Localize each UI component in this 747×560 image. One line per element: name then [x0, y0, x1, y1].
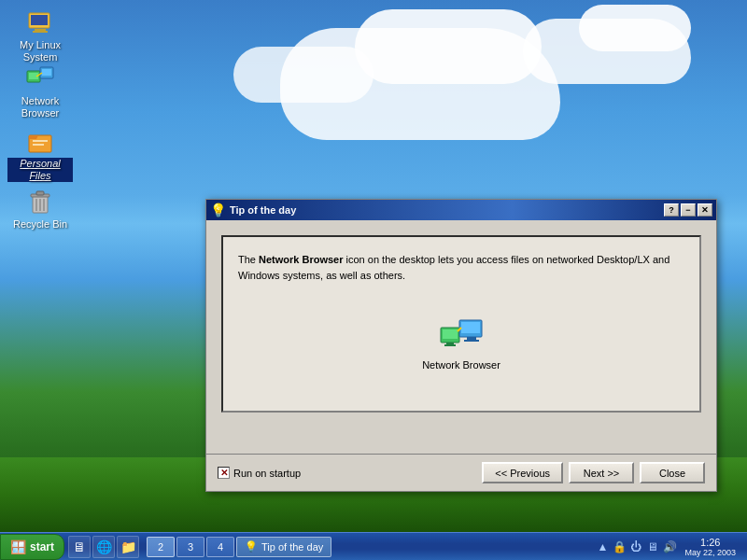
- dialog-title-icon: 💡: [210, 203, 226, 217]
- svg-rect-3: [33, 31, 48, 33]
- files-button[interactable]: 📁: [117, 536, 139, 558]
- svg-rect-20: [443, 329, 458, 339]
- network-browser-dialog-icon: [439, 311, 484, 356]
- run-on-startup-area[interactable]: ✕ Run on startup: [218, 467, 474, 479]
- tip-dialog: 💡 Tip of the day ? − ✕ The Network Brows…: [205, 199, 717, 492]
- show-desktop-button[interactable]: 🖥: [68, 536, 91, 558]
- my-linux-icon: [25, 7, 55, 37]
- desktop-icon-personal-files[interactable]: Personal Files: [7, 126, 73, 182]
- dialog-help-button[interactable]: ?: [664, 203, 679, 217]
- svg-rect-12: [33, 144, 44, 146]
- dialog-window-controls: ? − ✕: [664, 203, 712, 217]
- desktop: My Linux System Network Browser Personal…: [0, 0, 747, 560]
- network-browser-icon: [25, 63, 55, 93]
- dialog-buttons: << Previous Next >> Close: [482, 462, 705, 483]
- start-icon: 🪟: [10, 539, 26, 554]
- tip-icon-label: Network Browser: [422, 359, 500, 371]
- quick-launch: 🖥 🌐 📁: [64, 536, 143, 558]
- run-on-startup-checkbox[interactable]: ✕: [218, 467, 230, 479]
- desktop-icon-network-browser[interactable]: Network Browser: [7, 63, 73, 119]
- dialog-content: The Network Browser icon on the desktop …: [206, 220, 716, 454]
- network-browser-label: Network Browser: [7, 95, 73, 119]
- tray-volume-icon[interactable]: 🔊: [662, 539, 677, 554]
- svg-rect-24: [461, 322, 480, 333]
- run-on-startup-label[interactable]: Run on startup: [233, 468, 301, 479]
- browser-button[interactable]: 🌐: [92, 536, 115, 558]
- system-tray: ▲ 🔒 ⏻ 🖥 🔊 1:26 May 22, 2003: [589, 533, 747, 560]
- tray-monitor-icon[interactable]: 🖥: [645, 539, 660, 554]
- svg-rect-7: [42, 69, 51, 76]
- tip-bold-text: Network Browser: [259, 254, 343, 265]
- my-linux-label: My Linux System: [7, 39, 73, 63]
- taskbar-task-3[interactable]: 3: [176, 537, 204, 557]
- checkbox-check: ✕: [220, 468, 228, 478]
- personal-files-label: Personal Files: [7, 158, 73, 182]
- tray-power-icon[interactable]: ⏻: [628, 539, 643, 554]
- recycle-bin-label: Recycle Bin: [7, 218, 73, 231]
- start-label: start: [30, 540, 54, 553]
- tip-task-icon: 💡: [245, 540, 258, 553]
- start-button[interactable]: 🪟 start: [0, 534, 64, 560]
- dialog-close-button[interactable]: ✕: [698, 203, 712, 217]
- svg-rect-26: [464, 340, 479, 342]
- taskbar-tip-task[interactable]: 💡 Tip of the day: [236, 537, 331, 557]
- close-dialog-button[interactable]: Close: [640, 462, 705, 483]
- dialog-titlebar: 💡 Tip of the day ? − ✕: [206, 200, 716, 220]
- tray-lock-icon[interactable]: 🔒: [612, 539, 627, 554]
- svg-rect-15: [36, 191, 44, 195]
- clock-date: May 22, 2003: [684, 548, 736, 557]
- tip-text-area: The Network Browser icon on the desktop …: [221, 235, 701, 413]
- personal-files-icon: [25, 126, 55, 156]
- taskbar-tasks: 2 3 4 💡 Tip of the day: [143, 537, 589, 557]
- taskbar-task-2[interactable]: 2: [147, 537, 175, 557]
- dialog-minimize-button[interactable]: −: [681, 203, 696, 217]
- taskbar-clock[interactable]: 1:26 May 22, 2003: [679, 537, 741, 557]
- tip-text: The Network Browser icon on the desktop …: [238, 252, 684, 283]
- start-area: 🪟 start: [0, 533, 64, 560]
- tip-task-label: Tip of the day: [261, 541, 323, 553]
- clock-time: 1:26: [684, 537, 736, 548]
- previous-button[interactable]: << Previous: [482, 462, 563, 483]
- dialog-title-text: Tip of the day: [230, 204, 660, 216]
- recycle-bin-icon: [25, 187, 55, 217]
- tray-up-icon: ▲: [595, 539, 610, 554]
- desktop-icon-recycle-bin[interactable]: Recycle Bin: [7, 187, 73, 231]
- desktop-icon-my-linux[interactable]: My Linux System: [7, 7, 73, 63]
- taskbar-task-4[interactable]: 4: [206, 537, 234, 557]
- dialog-footer: ✕ Run on startup << Previous Next >> Clo…: [206, 454, 716, 491]
- tip-icon-area: Network Browser: [422, 311, 500, 371]
- taskbar: 🪟 start 🖥 🌐 📁 2 3 4 💡 Tip of the day ▲: [0, 532, 747, 560]
- svg-rect-1: [31, 15, 48, 25]
- svg-rect-11: [33, 140, 48, 142]
- svg-rect-22: [444, 344, 456, 346]
- next-button[interactable]: Next >>: [569, 462, 634, 483]
